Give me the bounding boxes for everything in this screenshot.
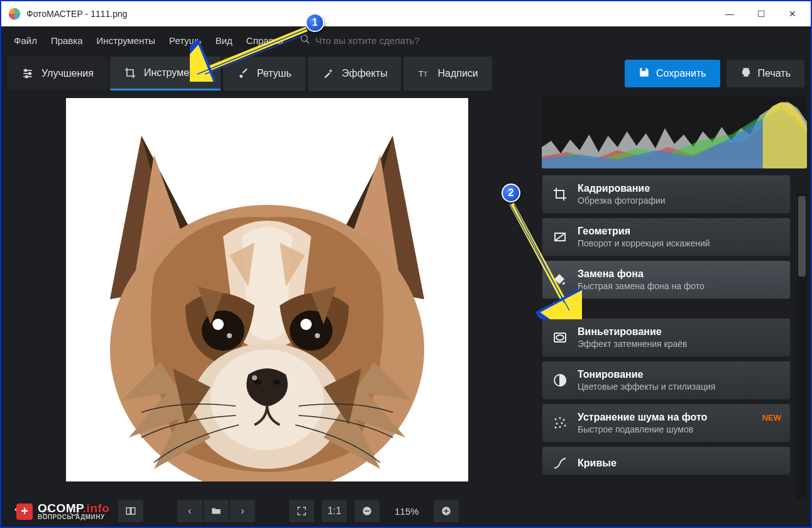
text-icon: TT (417, 67, 430, 80)
minimize-button[interactable]: — (714, 4, 745, 24)
svg-point-21 (254, 380, 261, 385)
tab-effects[interactable]: Эффекты (308, 57, 402, 91)
floppy-icon (639, 67, 650, 80)
zoom-level: 115% (387, 506, 426, 517)
tool-denoise[interactable]: Устранение шума на фото Быстрое подавлен… (542, 404, 791, 443)
card-title: Кадрирование (578, 183, 781, 194)
tool-toning[interactable]: Тонирование Цветовые эффекты и стилизаци… (542, 361, 791, 400)
card-sub: Быстрая замена фона на фото (578, 281, 781, 291)
svg-rect-39 (131, 508, 135, 515)
tool-geometry[interactable]: Геометрия Поворот и коррекция искажений (542, 217, 791, 256)
menu-file[interactable]: Файл (8, 31, 43, 50)
print-button[interactable]: Печать (727, 60, 804, 87)
watermark-badge: + (16, 503, 33, 520)
image-canvas[interactable] (66, 98, 468, 481)
tool-list: Кадрирование Обрезка фотографии Геометри… (542, 175, 791, 475)
tab-label: Инструменты (144, 67, 207, 79)
menu-instruments[interactable]: Инструменты (91, 31, 162, 50)
card-sub: Быстрое подавление шумов (578, 424, 781, 434)
scrollbar[interactable] (797, 194, 807, 499)
workspace: Кадрирование Обрезка фотографии Геометри… (1, 93, 811, 527)
svg-text:T: T (419, 69, 424, 79)
card-title: Кривые (578, 458, 781, 469)
compare-button[interactable] (118, 500, 143, 522)
svg-point-33 (561, 422, 563, 424)
callout-1: 1 (305, 13, 324, 32)
geometry-icon (551, 228, 569, 246)
tool-replace-bg[interactable]: Замена фона Быстрая замена фона на фото (542, 260, 791, 299)
menubar: Файл Правка Инструменты Ретушь Вид Справ… (1, 26, 811, 54)
card-sub: Обрезка фотографии (578, 195, 781, 206)
svg-point-27 (556, 335, 564, 340)
tab-retouch[interactable]: Ретушь (223, 57, 305, 91)
actual-size-button[interactable]: 1:1 (322, 500, 347, 522)
svg-point-8 (26, 75, 28, 77)
prev-button[interactable]: ‹ (177, 500, 202, 522)
card-sub: Поворот и коррекция искажений (578, 238, 781, 248)
save-button[interactable]: Сохранить (625, 60, 720, 87)
fit-button[interactable] (289, 500, 314, 522)
svg-point-16 (300, 319, 312, 330)
card-sub: Эффект затемнения краёв (578, 339, 781, 349)
search-icon (300, 34, 310, 47)
tool-curves[interactable]: Кривые (542, 446, 791, 475)
card-title: Виньетирование (578, 326, 781, 338)
svg-rect-44 (446, 509, 447, 514)
tool-crop[interactable]: Кадрирование Обрезка фотографии (542, 175, 791, 214)
tab-improvements[interactable]: Улучшения (8, 57, 107, 91)
card-title: Тонирование (578, 369, 781, 380)
tool-vignette[interactable]: Виньетирование Эффект затемнения краёв (542, 318, 791, 357)
card-title: Геометрия (578, 226, 781, 237)
svg-point-15 (212, 319, 224, 330)
menu-view[interactable]: Вид (209, 31, 239, 50)
maximize-button[interactable]: ☐ (745, 4, 777, 24)
svg-point-6 (25, 69, 26, 71)
titlebar: ФотоМАСТЕР - 1111.png — ☐ ✕ (1, 1, 811, 26)
tab-label: Надписи (437, 68, 478, 79)
svg-line-2 (306, 40, 309, 43)
callout-2: 2 (502, 184, 520, 202)
svg-point-22 (273, 380, 280, 385)
folder-button[interactable] (204, 500, 229, 522)
brush-icon (237, 67, 250, 80)
tab-label: Эффекты (342, 68, 388, 79)
svg-point-36 (559, 426, 561, 428)
zoom-in-button[interactable] (434, 500, 459, 522)
tab-tools[interactable]: Инструменты (110, 57, 221, 91)
svg-text:T: T (424, 71, 427, 78)
menu-help[interactable]: Справка (240, 31, 290, 50)
svg-rect-41 (365, 510, 370, 512)
dog-image (66, 98, 468, 481)
svg-point-7 (29, 72, 31, 74)
svg-point-17 (227, 333, 232, 338)
crop-icon (551, 185, 569, 203)
right-panel: Кадрирование Обрезка фотографии Геометри… (533, 93, 811, 527)
save-label: Сохранить (656, 68, 706, 79)
search-input[interactable] (315, 35, 479, 46)
menu-edit[interactable]: Правка (45, 31, 89, 50)
window-title: ФотоМАСТЕР - 1111.png (26, 9, 714, 19)
svg-rect-38 (126, 508, 130, 515)
svg-point-32 (556, 423, 558, 425)
svg-point-1 (301, 35, 307, 41)
crop-icon (124, 67, 136, 79)
scroll-thumb[interactable] (798, 196, 806, 277)
printer-icon (740, 67, 752, 80)
toolbar: Улучшения Инструменты Ретушь Эффекты TT … (1, 54, 811, 93)
svg-point-23 (252, 375, 257, 380)
zoom-out-button[interactable] (354, 500, 380, 522)
card-title: Устранение шума на фото (578, 412, 781, 423)
app-icon (8, 7, 21, 21)
new-badge: NEW (762, 413, 781, 422)
next-button[interactable]: › (230, 500, 255, 522)
canvas-area (1, 93, 533, 527)
tab-label: Ретушь (257, 68, 292, 79)
sliders-icon (21, 67, 34, 80)
svg-point-18 (315, 333, 320, 338)
close-button[interactable]: ✕ (777, 4, 808, 24)
svg-point-29 (555, 419, 557, 421)
menu-retouch[interactable]: Ретушь (163, 31, 208, 50)
tab-text[interactable]: TT Надписи (403, 57, 491, 91)
print-label: Печать (758, 68, 791, 79)
histogram[interactable] (542, 97, 807, 168)
